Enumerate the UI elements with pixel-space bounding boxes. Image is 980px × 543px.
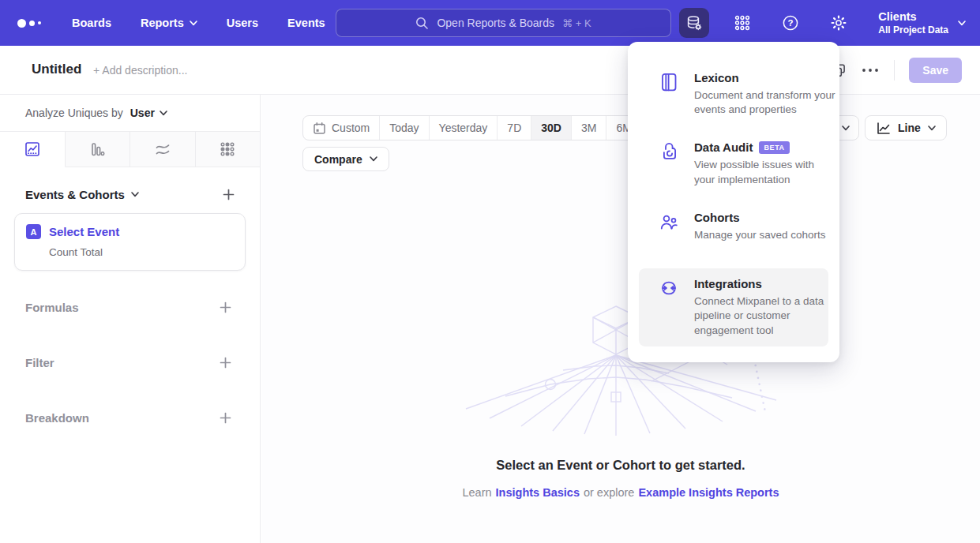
line-chart-tab-icon bbox=[24, 140, 41, 158]
cohorts-users-icon bbox=[659, 212, 679, 232]
tab-bar-chart[interactable] bbox=[66, 132, 131, 167]
analyze-by-dropdown[interactable]: User bbox=[130, 107, 167, 119]
empty-state: Select an Event or Cohort to get started… bbox=[261, 458, 980, 499]
add-breakdown-button[interactable] bbox=[220, 412, 231, 424]
settings-button[interactable] bbox=[824, 8, 854, 38]
explore-text: or explore bbox=[584, 486, 634, 499]
chevron-down-icon bbox=[958, 21, 966, 26]
search-shortcut: ⌘ + K bbox=[562, 17, 591, 29]
add-filter-button[interactable] bbox=[220, 357, 231, 369]
top-navbar: Boards Reports Users Events Open Reports… bbox=[0, 0, 980, 46]
filter-section: Filter bbox=[25, 354, 231, 370]
event-series-badge: A bbox=[26, 224, 41, 239]
gear-icon bbox=[830, 14, 847, 32]
compare-dropdown[interactable]: Compare bbox=[302, 147, 389, 171]
nav-item-users[interactable]: Users bbox=[227, 17, 258, 29]
range-7d[interactable]: 7D bbox=[498, 116, 531, 140]
svg-text:?: ? bbox=[788, 18, 794, 28]
tab-flow[interactable] bbox=[130, 132, 196, 167]
range-custom[interactable]: Custom bbox=[303, 116, 380, 140]
formulas-section: Formulas bbox=[25, 299, 231, 315]
breakdown-section: Breakdown bbox=[25, 410, 231, 425]
search-icon bbox=[415, 17, 429, 30]
calendar-icon bbox=[313, 122, 326, 135]
report-description-placeholder[interactable]: + Add description... bbox=[93, 64, 187, 77]
report-title[interactable]: Untitled bbox=[32, 62, 81, 77]
add-formula-button[interactable] bbox=[220, 301, 231, 313]
mixpanel-logo[interactable] bbox=[17, 19, 46, 28]
line-chart-icon bbox=[876, 121, 891, 136]
org-name: Clients bbox=[878, 9, 948, 24]
integrations-sync-icon bbox=[659, 278, 679, 298]
events-cohorts-header[interactable]: Events & Cohorts bbox=[25, 188, 139, 201]
plus-icon bbox=[220, 357, 231, 369]
chevron-down-icon bbox=[928, 125, 936, 131]
tab-line-chart[interactable] bbox=[0, 132, 66, 167]
count-total-label[interactable]: Count Total bbox=[49, 246, 234, 258]
plus-icon bbox=[220, 412, 231, 424]
plus-icon bbox=[220, 301, 231, 313]
chart-canvas: Custom Today Yesterday 7D 30D 3M 6M Comp… bbox=[261, 95, 980, 543]
project-selector[interactable]: Clients All Project Data bbox=[878, 9, 966, 36]
project-name: All Project Data bbox=[878, 24, 948, 36]
range-30d[interactable]: 30D bbox=[531, 116, 572, 140]
chevron-down-icon bbox=[842, 125, 850, 131]
add-event-button[interactable] bbox=[223, 189, 235, 200]
chevron-down-icon bbox=[160, 110, 167, 116]
plus-icon bbox=[223, 189, 235, 200]
divider bbox=[894, 60, 895, 81]
search-input[interactable]: Open Reports & Boards ⌘ + K bbox=[336, 9, 671, 37]
nav-item-events[interactable]: Events bbox=[287, 17, 325, 29]
database-gear-icon bbox=[685, 14, 703, 32]
range-3m[interactable]: 3M bbox=[572, 116, 606, 140]
event-card[interactable]: A Select Event Count Total bbox=[14, 213, 246, 271]
nav-item-reports[interactable]: Reports bbox=[141, 17, 197, 29]
select-event-label[interactable]: Select Event bbox=[49, 225, 119, 238]
data-management-button[interactable] bbox=[679, 8, 709, 38]
save-button[interactable]: Save bbox=[909, 58, 962, 83]
analyze-prefix-label: Analyze Uniques by bbox=[25, 107, 123, 119]
chevron-down-icon bbox=[370, 156, 377, 162]
search-placeholder: Open Reports & Boards bbox=[437, 17, 554, 29]
range-today[interactable]: Today bbox=[380, 116, 429, 140]
chart-style-dropdown[interactable]: Line bbox=[865, 115, 947, 140]
tab-metrics[interactable] bbox=[196, 132, 261, 167]
chart-type-tabs bbox=[0, 131, 260, 167]
apps-grid-icon bbox=[734, 14, 751, 32]
menu-item-cohorts[interactable]: Cohorts Manage your saved cohorts bbox=[639, 202, 828, 251]
chevron-down-icon bbox=[190, 21, 197, 26]
bar-chart-tab-icon bbox=[88, 140, 106, 158]
empty-state-title: Select an Event or Cohort to get started… bbox=[261, 458, 980, 473]
book-icon bbox=[659, 72, 679, 92]
data-management-dropdown: Lexicon Document and transform your even… bbox=[628, 42, 839, 362]
query-builder-sidebar: Analyze Uniques by User bbox=[0, 95, 261, 543]
flow-tab-icon bbox=[154, 140, 171, 158]
menu-item-data-audit[interactable]: Data Audit BETA View possible issues wit… bbox=[639, 132, 828, 195]
apps-grid-button[interactable] bbox=[727, 8, 757, 38]
chevron-down-icon bbox=[131, 192, 139, 197]
nav-item-boards[interactable]: Boards bbox=[72, 17, 111, 29]
help-button[interactable]: ? bbox=[775, 8, 805, 38]
more-options-icon[interactable] bbox=[861, 68, 880, 73]
insights-basics-link[interactable]: Insights Basics bbox=[496, 486, 580, 499]
menu-item-lexicon[interactable]: Lexicon Document and transform your even… bbox=[639, 62, 828, 125]
menu-item-integrations[interactable]: Integrations Connect Mixpanel to a data … bbox=[639, 268, 828, 346]
range-yesterday[interactable]: Yesterday bbox=[430, 116, 498, 140]
learn-prefix: Learn bbox=[462, 486, 491, 499]
help-icon: ? bbox=[782, 14, 799, 32]
date-range-control: Custom Today Yesterday 7D 30D 3M 6M bbox=[302, 115, 642, 140]
example-insights-reports-link[interactable]: Example Insights Reports bbox=[638, 486, 779, 499]
metrics-tab-icon bbox=[219, 140, 236, 158]
beta-badge: BETA bbox=[759, 141, 789, 154]
data-audit-icon bbox=[659, 141, 679, 162]
